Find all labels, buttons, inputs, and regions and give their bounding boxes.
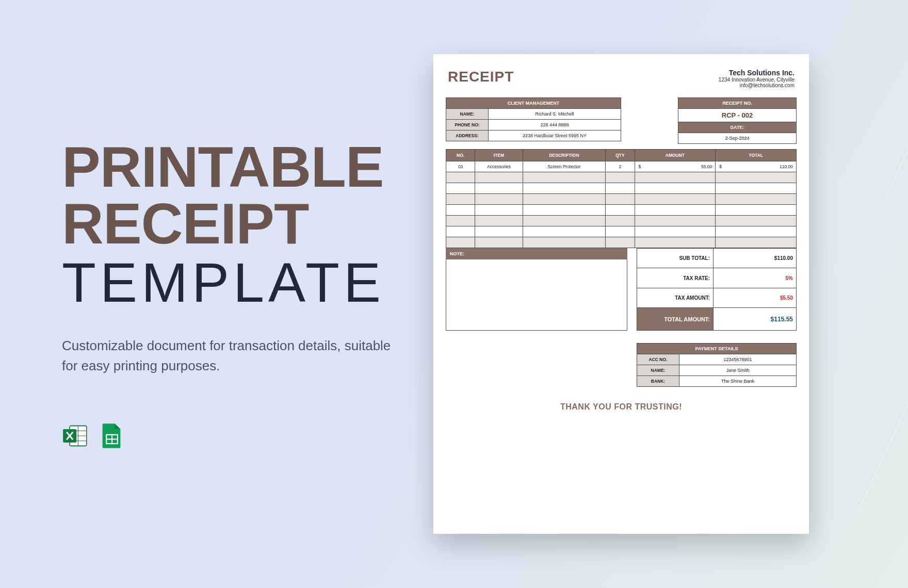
taxrate-label: TAX RATE: (637, 268, 714, 288)
thanks-message: THANK YOU FOR TRUSTING! (446, 402, 797, 412)
client-header: CLIENT MANAGEMENT (446, 98, 621, 109)
date-header: DATE: (678, 122, 797, 133)
item-no: 03 (446, 161, 475, 172)
col-amt: AMOUNT (635, 150, 716, 161)
totals-table: SUB TOTAL:$110.00 TAX RATE:5% TAX AMOUNT… (637, 248, 797, 331)
subtotal-value: $110.00 (714, 249, 797, 268)
taxamount-label: TAX AMOUNT: (637, 288, 714, 307)
total-label: TOTAL AMOUNT: (637, 308, 714, 331)
payment-acc-label: ACC NO. (637, 354, 679, 365)
client-address-label: ADDRESS: (446, 130, 489, 141)
total-value: $115.55 (714, 308, 797, 331)
subtotal-label: SUB TOTAL: (637, 249, 714, 268)
col-no: NO. (446, 150, 475, 161)
items-table: NO. ITEM DESCRIPTION QTY AMOUNT TOTAL 03… (446, 149, 797, 248)
client-phone-label: PHONE NO: (446, 120, 489, 130)
company-address: 1234 Innovation Avenue, Cityville (719, 77, 794, 83)
item-row (446, 194, 797, 205)
col-tot: TOTAL (716, 150, 797, 161)
promo-subtitle: Customizable document for transaction de… (62, 336, 392, 376)
promo-panel: PRINTABLE RECEIPT TEMPLATE Customizable … (62, 139, 392, 449)
payment-table: PAYMENT DETAILS ACC NO.12345678901 NAME:… (637, 343, 797, 387)
col-item: ITEM (475, 150, 523, 161)
receipt-document: RECEIPT Tech Solutions Inc. 1234 Innovat… (433, 54, 809, 534)
item-row: 03AccessoriesScreen Protector2$55.00$110… (446, 161, 797, 172)
col-desc: DESCRIPTION (523, 150, 606, 161)
company-name: Tech Solutions Inc. (719, 69, 794, 77)
receipt-no-header: RECEIPT NO. (678, 98, 797, 109)
item-total: $110.00 (716, 161, 797, 172)
payment-header: PAYMENT DETAILS (637, 344, 797, 354)
item-row (446, 237, 797, 248)
item-desc: Screen Protector (523, 161, 606, 172)
client-table: CLIENT MANAGEMENT NAME:Richard S. Mitche… (446, 97, 621, 141)
item-name: Accessories (475, 161, 523, 172)
taxrate-value: 5% (714, 268, 797, 288)
title-line1: PRINTABLE (62, 139, 392, 195)
client-name: Richard S. Mitchell (489, 109, 621, 120)
item-row (446, 172, 797, 183)
client-address: 2238 Hardboar Street 5995 NY (489, 130, 621, 141)
item-qty: 2 (606, 161, 635, 172)
payment-name: Jane Smith (679, 365, 797, 376)
item-row (446, 226, 797, 237)
taxamount-value: $5.50 (714, 288, 797, 307)
item-row (446, 183, 797, 194)
payment-acc: 12345678901 (679, 354, 797, 365)
excel-icon (62, 422, 89, 449)
google-sheets-icon (98, 422, 125, 449)
client-name-label: NAME: (446, 109, 489, 120)
item-amount: $55.00 (635, 161, 716, 172)
date-value: 2-Sep-2024 (678, 133, 797, 144)
receipt-meta-table: RECEIPT NO. RCP - 002 DATE: 2-Sep-2024 (678, 97, 797, 144)
receipt-title: RECEIPT (448, 69, 514, 85)
company-email: info@techsolutions.com (719, 83, 794, 88)
payment-bank-label: BANK: (637, 376, 679, 387)
item-row (446, 205, 797, 216)
note-box: NOTE: (446, 248, 627, 331)
item-row (446, 216, 797, 226)
payment-bank: The Shine Bank (679, 376, 797, 387)
note-label: NOTE: (446, 248, 627, 259)
title-line3: TEMPLATE (62, 255, 392, 310)
receipt-no-value: RCP - 002 (678, 109, 797, 122)
payment-name-label: NAME: (637, 365, 679, 376)
col-qty: QTY (606, 150, 635, 161)
company-block: Tech Solutions Inc. 1234 Innovation Aven… (719, 69, 794, 88)
title-line2: RECEIPT (62, 195, 392, 252)
format-icons (62, 422, 392, 449)
client-phone: 228 444 8888 (489, 120, 621, 130)
